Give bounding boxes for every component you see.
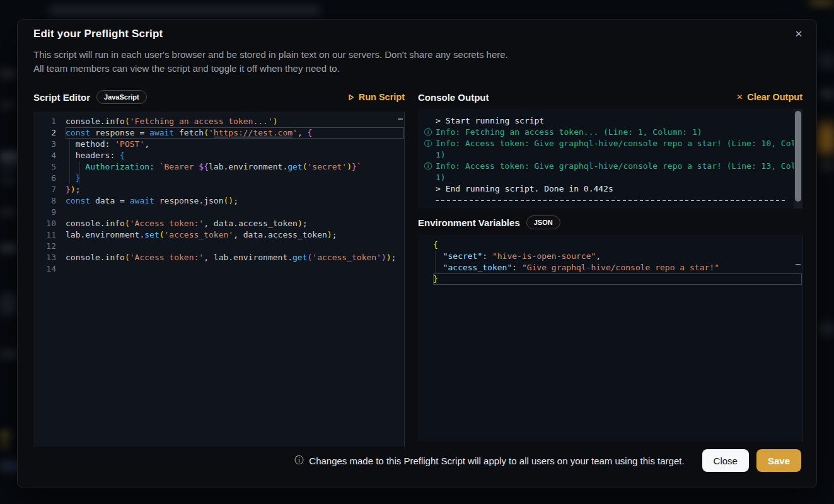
backdrop-blob xyxy=(0,102,14,108)
code-token: await xyxy=(149,128,174,137)
modal-description-line1: This script will run in each user's brow… xyxy=(33,48,508,62)
code-line-text: const data = await response.json(); xyxy=(66,195,404,207)
code-token: 'access_token' xyxy=(165,230,234,239)
script-editor-line[interactable]: 4 headers: { xyxy=(33,150,404,161)
code-token xyxy=(66,173,76,183)
console-log-entry: 1) xyxy=(420,149,787,161)
code-token: ) xyxy=(386,253,391,262)
console-log-entry: > End running script. Done in 0.442s xyxy=(420,183,787,195)
backdrop-blob xyxy=(820,89,834,98)
code-token: "hive-is-open-source" xyxy=(492,251,596,261)
code-token: ( xyxy=(303,162,308,171)
script-editor-line[interactable]: 14 xyxy=(33,263,404,275)
code-token: : xyxy=(482,251,492,261)
line-number: 9 xyxy=(33,207,56,218)
run-script-label: Run Script xyxy=(359,92,405,102)
save-button[interactable]: Save xyxy=(756,449,801,472)
console-info-icon xyxy=(420,149,436,161)
code-token: set xyxy=(144,230,159,239)
code-token: ; xyxy=(303,219,308,228)
code-token: , xyxy=(144,139,149,149)
script-editor-line[interactable]: 6 } xyxy=(33,173,404,184)
line-number: 12 xyxy=(33,241,56,252)
code-token: await xyxy=(130,196,154,205)
backdrop-blob xyxy=(818,53,834,69)
code-token: fetch xyxy=(174,128,204,137)
footer-note-text: Changes made to this Preflight Script wi… xyxy=(309,455,684,466)
code-token: { xyxy=(433,240,438,249)
script-editor-panel[interactable]: 1console.info('Fetching an access token.… xyxy=(33,112,405,447)
close-button[interactable]: Close xyxy=(702,449,749,472)
close-icon[interactable]: ✕ xyxy=(792,27,806,41)
console-log-entry: ⓘInfo: Access token: Give graphql-hive/c… xyxy=(420,138,787,149)
script-code: 1console.info('Fetching an access token.… xyxy=(33,112,404,275)
console-log-text: > Start running script xyxy=(436,115,787,127)
clear-output-button[interactable]: ✕ Clear Output xyxy=(736,92,802,102)
code-token: 'Access token:' xyxy=(130,219,204,228)
code-line-text: const response = await fetch('https://te… xyxy=(66,127,404,139)
code-line-text: } xyxy=(66,173,404,184)
code-token: ) xyxy=(327,230,332,239)
code-line-text: "secret": "hive-is-open-source", xyxy=(433,251,802,262)
code-token: 'Fetching an access token...' xyxy=(130,117,273,126)
console-log-text: Info: Access token: Give graphql-hive/co… xyxy=(436,138,802,149)
line-number: 11 xyxy=(33,229,56,241)
console-scrollbar-thumb[interactable] xyxy=(795,111,801,202)
code-token: ) xyxy=(71,185,76,194)
line-number: 3 xyxy=(33,139,56,150)
environment-editor-line[interactable]: "access_token": "Give graphql-hive/conso… xyxy=(418,262,802,273)
script-editor-line[interactable]: 12 xyxy=(33,241,404,252)
line-number: 8 xyxy=(33,195,56,207)
console-info-icon xyxy=(420,172,436,183)
script-editor-line[interactable]: 9 xyxy=(33,207,404,218)
environment-editor-line[interactable]: "secret": "hive-is-open-source", xyxy=(418,251,802,262)
script-editor-line[interactable]: 1console.info('Fetching an access token.… xyxy=(33,116,404,127)
code-line-text: Authorization: `Bearer ${lab.environment… xyxy=(66,161,404,173)
code-token: ( xyxy=(125,219,130,228)
backdrop-blob xyxy=(820,163,834,170)
console-scrollbar-track[interactable] xyxy=(794,109,802,209)
footer-note: ⓘ Changes made to this Preflight Script … xyxy=(294,455,684,466)
script-editor-line[interactable]: 11lab.environment.set('access_token', da… xyxy=(33,229,404,241)
environment-variables-panel[interactable]: { "secret": "hive-is-open-source", "acce… xyxy=(418,235,802,442)
code-token: ; xyxy=(233,196,238,205)
environment-editor-line[interactable]: } xyxy=(418,273,802,285)
backdrop-blob xyxy=(0,294,16,315)
code-token: ; xyxy=(332,230,337,239)
json-badge: JSON xyxy=(526,215,560,229)
script-editor-line[interactable]: 10console.info('Access token:', data.acc… xyxy=(33,218,404,229)
script-editor-line[interactable]: 5 Authorization: `Bearer ${lab.environme… xyxy=(33,161,404,173)
console-log-list: > Start running scriptⓘInfo: Fetching an… xyxy=(418,109,802,201)
environment-editor-line[interactable]: { xyxy=(418,239,802,251)
code-token: "secret" xyxy=(443,251,483,261)
backdrop-blob xyxy=(0,152,19,161)
console-log-text: 1) xyxy=(436,149,787,161)
line-number: 7 xyxy=(33,184,56,195)
code-token: { xyxy=(120,151,125,160)
clear-output-label: Clear Output xyxy=(747,92,802,102)
modal-description-line2: All team members can view the script and… xyxy=(33,62,508,76)
code-token: ` xyxy=(357,162,362,171)
code-token: `Bearer xyxy=(159,162,199,171)
script-editor-line[interactable]: 7}); xyxy=(33,184,404,195)
code-token: , data.access_token xyxy=(204,219,298,228)
script-editor-line[interactable]: 3 method: 'POST', xyxy=(33,139,404,150)
overview-ruler-marker xyxy=(796,264,801,265)
code-token: 'POST' xyxy=(115,139,144,149)
code-token: console.info xyxy=(66,219,125,228)
script-editor-line[interactable]: 2const response = await fetch('https://t… xyxy=(33,127,404,139)
script-editor-line[interactable]: 8const data = await response.json(); xyxy=(33,195,404,207)
code-token: lab.environment. xyxy=(209,162,287,171)
line-number: 6 xyxy=(33,173,56,184)
code-token: ; xyxy=(76,185,81,194)
script-editor-line[interactable]: 13console.info('Access token:', lab.envi… xyxy=(33,252,404,263)
console-output-panel[interactable]: > Start running scriptⓘInfo: Fetching an… xyxy=(418,109,802,209)
indent-guide xyxy=(79,161,80,184)
code-token: 'access_token' xyxy=(312,253,381,262)
run-script-button[interactable]: Run Script xyxy=(348,92,405,102)
code-line-text xyxy=(66,241,404,252)
backdrop-blob xyxy=(0,178,16,183)
backdrop-blob xyxy=(0,165,18,171)
code-token: } xyxy=(352,162,357,171)
environment-variables-header: Environment Variables JSON xyxy=(418,214,802,231)
